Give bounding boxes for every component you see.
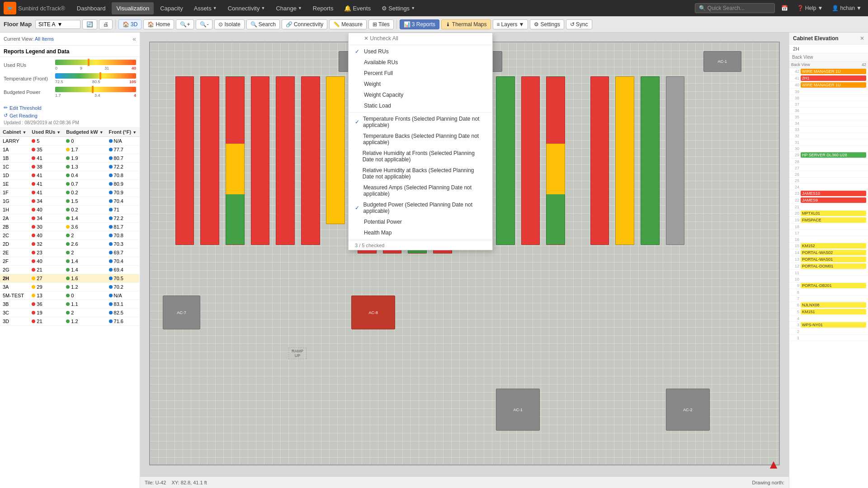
cab-row-35[interactable]: 35: [789, 114, 868, 120]
dropdown-item-1[interactable]: Used RUs: [349, 46, 492, 57]
user-btn[interactable]: 👤 hchan ▼: [829, 3, 864, 13]
dropdown-item-7[interactable]: Temperature Fronts (Selected Planning Da…: [349, 113, 492, 131]
btn-tiles[interactable]: ⊞ Tiles: [368, 19, 394, 29]
cab-row-26[interactable]: 26: [789, 171, 868, 178]
rack-3d[interactable]: [546, 76, 565, 245]
collapse-panel-btn[interactable]: «: [132, 35, 136, 42]
btn-isolate[interactable]: ⊙ Isolate: [214, 19, 244, 29]
cab-row-39[interactable]: 39: [789, 89, 868, 95]
table-row[interactable]: 1B 41 1.9 80.7: [0, 154, 140, 163]
cab-row-2[interactable]: 2: [789, 328, 868, 335]
close-icon[interactable]: ✕: [860, 35, 864, 42]
cab-row-30[interactable]: 30: [789, 145, 868, 152]
table-row[interactable]: 2A 34 1.4 72.2: [0, 214, 140, 223]
table-row[interactable]: 2E 23 2 69.7: [0, 249, 140, 257]
dropdown-item-12[interactable]: Budgeted Power (Selected Planning Date n…: [349, 199, 492, 216]
cab-row-25[interactable]: 25: [789, 178, 868, 184]
rack-3b[interactable]: [496, 76, 515, 245]
cab-row-8[interactable]: 8: [789, 289, 868, 296]
table-row[interactable]: 3D 21 1.2 71.6: [0, 317, 140, 326]
dropdown-item-5[interactable]: Weight Capacity: [349, 89, 492, 100]
btn-3d[interactable]: 🏠 3D: [118, 19, 142, 29]
dropdown-item-11[interactable]: Measured Amps (Selected Planning Date no…: [349, 182, 492, 199]
cab-row-38[interactable]: 38: [789, 95, 868, 101]
cab-row-33[interactable]: 33: [789, 127, 868, 133]
table-row[interactable]: 1H 40 0.2 71: [0, 206, 140, 214]
rack-4b[interactable]: [615, 76, 634, 245]
cab-row-7[interactable]: 7: [789, 296, 868, 302]
cab-row-27[interactable]: 27: [789, 165, 868, 171]
dropdown-item-13[interactable]: Potential Power: [349, 216, 492, 227]
col-more[interactable]: ⋮: [139, 127, 140, 137]
nav-visualization[interactable]: Visualization: [112, 2, 154, 14]
col-cabinet[interactable]: Cabinet ▼: [0, 127, 29, 137]
floor-map-area[interactable]: AC-4 AC-4 AC-1 AC-7 AC-8 AC-1 AC-2 RAMPU…: [140, 33, 789, 488]
table-row[interactable]: 2F 40 1.4 70.4: [0, 257, 140, 266]
cab-row-40[interactable]: 40 WIRE MANAGER 1U: [789, 82, 868, 89]
nav-dashboard[interactable]: Dashboard: [72, 2, 110, 14]
cab-row-15[interactable]: 15 KM152: [789, 243, 868, 249]
cab-row-34[interactable]: 34: [789, 120, 868, 127]
help-btn[interactable]: ❓ Help ▼: [794, 3, 826, 13]
table-row[interactable]: 3C 19 2 82.5: [0, 309, 140, 317]
dropdown-item-0[interactable]: ✕ Uncheck All: [349, 33, 492, 44]
cab-row-17[interactable]: 17: [789, 230, 868, 236]
cab-row-11[interactable]: 11: [789, 270, 868, 276]
col-budgeted-kw[interactable]: Budgeted kW ▼: [63, 127, 106, 137]
cab-row-41[interactable]: 41 2H1: [789, 75, 868, 82]
col-used-rus[interactable]: Used RUs ▼: [29, 127, 63, 137]
nav-reports[interactable]: Reports: [308, 2, 338, 14]
btn-layers[interactable]: ≡ Layers ▼: [493, 19, 528, 29]
rack-1b[interactable]: [200, 76, 219, 245]
table-row[interactable]: 5M-TEST 13 0 N/A: [0, 291, 140, 300]
btn-settings-toolbar[interactable]: ⚙ Settings: [530, 19, 564, 29]
cab-row-12[interactable]: 12 PORTAL-DOM01: [789, 263, 868, 270]
rack-1d[interactable]: [251, 76, 270, 245]
cab-row-28[interactable]: 28: [789, 159, 868, 165]
dropdown-item-10[interactable]: Relative Humidity at Backs (Selected Pla…: [349, 165, 492, 182]
cab-row-36[interactable]: 36: [789, 108, 868, 114]
cab-list[interactable]: Back View42 42 WIRE MANAGER 1U 41 2H1 40…: [789, 61, 868, 488]
print-btn[interactable]: 🖨: [99, 19, 113, 29]
dropdown-item-4[interactable]: Weight: [349, 79, 492, 89]
cab-row-23[interactable]: 23 JAMES10: [789, 190, 868, 197]
cab-row-6[interactable]: 6 NJLNX08: [789, 302, 868, 309]
table-row[interactable]: 1C 38 1.3 72.2: [0, 163, 140, 171]
data-table-container[interactable]: Cabinet ▼ Used RUs ▼ Budgeted kW ▼ Front…: [0, 127, 140, 488]
cab-row-42[interactable]: 42 WIRE MANAGER 1U: [789, 68, 868, 75]
cab-row-13[interactable]: 13 PORTAL-WAS01: [789, 256, 868, 263]
refresh-btn[interactable]: 🔄: [82, 19, 97, 29]
cab-row-4[interactable]: 4: [789, 315, 868, 322]
dropdown-item-8[interactable]: Temperature Backs (Selected Planning Dat…: [349, 131, 492, 148]
nav-settings[interactable]: ⚙ Settings ▼: [377, 2, 420, 14]
site-select[interactable]: SITE A ▼: [35, 20, 80, 29]
nav-assets[interactable]: Assets ▼: [189, 2, 222, 14]
table-row[interactable]: 3B 36 1.1 83.1: [0, 300, 140, 309]
btn-home[interactable]: 🏠 Home: [143, 19, 174, 29]
cab-row-18[interactable]: 18: [789, 224, 868, 230]
cab-row-24[interactable]: 24: [789, 184, 868, 190]
cab-row-37[interactable]: 37: [789, 101, 868, 108]
col-front[interactable]: Front (°F) ▼: [106, 127, 140, 137]
get-reading-btn[interactable]: ↺ Get Reading: [4, 113, 38, 118]
table-row[interactable]: 1E 41 0.7 80.9: [0, 180, 140, 188]
nav-capacity[interactable]: Capacity: [156, 2, 188, 14]
table-row[interactable]: 1D 41 0.4 70.8: [0, 171, 140, 180]
cab-row-19[interactable]: 19 FMSPACE: [789, 217, 868, 224]
table-row[interactable]: 2D 32 2.6 70.3: [0, 240, 140, 249]
dropdown-item-2[interactable]: Available RUs: [349, 57, 492, 68]
quick-search-input[interactable]: [708, 5, 771, 11]
nav-connectivity[interactable]: Connectivity ▼: [223, 2, 270, 14]
rack-1f[interactable]: [301, 76, 320, 245]
btn-connectivity[interactable]: 🔗 Connectivity: [282, 19, 327, 29]
dropdown-item-6[interactable]: Static Load: [349, 100, 492, 111]
btn-thermal[interactable]: 🌡 Thermal Maps: [441, 19, 491, 29]
rack-4d[interactable]: [666, 76, 685, 245]
cab-row-9[interactable]: 9 PORTAL-DB201: [789, 282, 868, 289]
rack-1e[interactable]: [276, 76, 295, 245]
cab-row-16[interactable]: 16: [789, 236, 868, 243]
table-row[interactable]: LARRY 5 0 N/A: [0, 137, 140, 145]
btn-measure[interactable]: 📏 Measure: [329, 19, 367, 29]
table-row[interactable]: 1F 41 0.2 70.9: [0, 188, 140, 197]
rack-4c[interactable]: [641, 76, 660, 245]
